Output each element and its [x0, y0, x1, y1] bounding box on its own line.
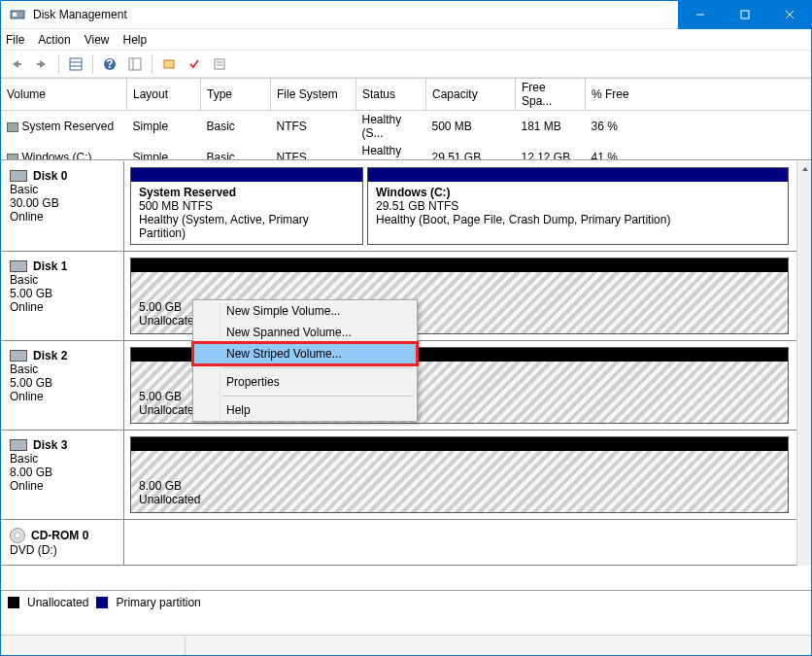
scroll-up-icon[interactable]: [797, 161, 812, 177]
context-menu-item[interactable]: New Striped Volume...: [193, 343, 417, 364]
legend-unallocated: Unallocated: [27, 596, 88, 609]
menu-action[interactable]: Action: [38, 33, 70, 47]
col-6[interactable]: Free Spa...: [516, 79, 586, 111]
disk-icon: [10, 170, 27, 182]
disk-icon: [10, 439, 27, 451]
context-menu: New Simple Volume...New Spanned Volume..…: [192, 299, 418, 422]
col-4[interactable]: Status: [356, 79, 426, 111]
volume-icon: [7, 154, 18, 160]
forward-button[interactable]: [31, 53, 52, 75]
col-1[interactable]: Layout: [127, 79, 201, 111]
window-title: Disk Management: [33, 8, 678, 21]
cd-icon: [10, 528, 25, 543]
refresh-icon[interactable]: [158, 53, 180, 75]
context-menu-item[interactable]: New Spanned Volume...: [193, 322, 417, 343]
swatch-primary: [96, 597, 108, 608]
partition-unallocated[interactable]: 8.00 GBUnallocated: [130, 436, 789, 513]
disk-management-icon: [10, 7, 25, 22]
close-button[interactable]: [767, 0, 812, 29]
volume-icon: [7, 122, 18, 132]
disk-icon: [10, 260, 27, 272]
menubar: File Action View Help: [0, 29, 812, 51]
menu-view[interactable]: View: [85, 33, 110, 47]
disk-row[interactable]: CD-ROM 0DVD (D:): [0, 520, 796, 566]
menu-help[interactable]: Help: [123, 33, 148, 47]
disk-name: Disk 2: [33, 349, 67, 363]
disk-row[interactable]: Disk 0Basic30.00 GBOnlineSystem Reserved…: [0, 161, 796, 252]
col-7[interactable]: % Free: [586, 79, 812, 111]
disk-name: Disk 0: [33, 169, 67, 183]
disk-icon: [10, 350, 27, 362]
svg-rect-8: [70, 58, 82, 70]
context-menu-item[interactable]: Help: [193, 399, 417, 421]
disk-name: Disk 3: [33, 438, 67, 452]
context-menu-item[interactable]: New Simple Volume...: [193, 300, 417, 322]
legend: Unallocated Primary partition: [0, 590, 812, 613]
table-view-icon[interactable]: [65, 53, 86, 75]
table-row[interactable]: Windows (C:)SimpleBasicNTFSHealthy (B...…: [1, 142, 812, 160]
table-row[interactable]: System ReservedSimpleBasicNTFSHealthy (S…: [1, 111, 812, 143]
svg-rect-6: [18, 63, 21, 65]
svg-rect-13: [129, 58, 141, 70]
vertical-scrollbar[interactable]: [796, 161, 812, 566]
titlebar: Disk Management: [0, 0, 812, 29]
svg-rect-7: [37, 63, 40, 65]
minimize-button[interactable]: [678, 0, 723, 29]
properties-icon[interactable]: [209, 53, 230, 75]
svg-rect-1: [13, 13, 17, 17]
menu-file[interactable]: File: [6, 33, 24, 47]
maximize-button[interactable]: [723, 0, 767, 29]
svg-rect-16: [215, 59, 224, 69]
disk-name: Disk 1: [33, 259, 67, 273]
col-0[interactable]: Volume: [1, 79, 127, 111]
statusbar: [0, 635, 812, 656]
col-2[interactable]: Type: [201, 79, 271, 111]
context-menu-item[interactable]: Properties: [193, 371, 417, 393]
col-3[interactable]: File System: [271, 79, 356, 111]
disk-name: CD-ROM 0: [31, 529, 88, 542]
disk-row[interactable]: Disk 3Basic8.00 GBOnline8.00 GBUnallocat…: [0, 431, 796, 520]
partition[interactable]: System Reserved500 MB NTFSHealthy (Syste…: [130, 167, 363, 245]
svg-text:?: ?: [106, 57, 113, 71]
volume-table[interactable]: VolumeLayoutTypeFile SystemStatusCapacit…: [0, 78, 812, 160]
help-icon[interactable]: ?: [99, 53, 120, 75]
back-button[interactable]: [6, 53, 27, 75]
partition[interactable]: Windows (C:)29.51 GB NTFSHealthy (Boot, …: [367, 167, 789, 245]
toolbar: ?: [0, 51, 812, 78]
list-view-icon[interactable]: [124, 53, 146, 75]
legend-primary: Primary partition: [116, 596, 200, 609]
col-5[interactable]: Capacity: [426, 79, 516, 111]
swatch-unallocated: [8, 597, 19, 608]
svg-rect-3: [741, 11, 749, 18]
svg-rect-15: [164, 60, 174, 68]
check-icon[interactable]: [184, 53, 205, 75]
